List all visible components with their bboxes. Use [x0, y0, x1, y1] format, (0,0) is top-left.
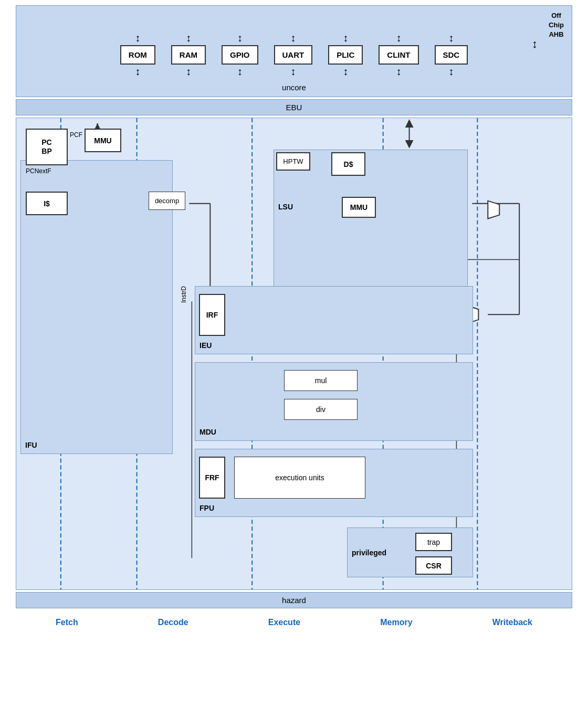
rom-container: ↕ ROM ↕	[120, 32, 155, 78]
ieu-block: IEU	[195, 286, 473, 354]
sdc-container: ↕ SDC ↕	[435, 32, 468, 78]
instrd-label: InstrD	[180, 286, 187, 303]
exec-units-block: execution units	[234, 457, 365, 499]
off-chip-label: OffChipAHB	[549, 11, 564, 40]
pc-bp-block: PCBP	[26, 129, 68, 165]
privileged-label: privileged	[352, 548, 386, 557]
clint-block: CLINT	[379, 45, 418, 65]
stage-execute: Execute	[268, 618, 300, 627]
gpio-block: GPIO	[222, 45, 258, 65]
uart-block: UART	[274, 45, 313, 65]
pipeline-area: IFU PCBP PCF MMU PCNextF I$ decomp Instr…	[16, 118, 572, 590]
decomp-block: decomp	[149, 192, 185, 210]
hazard-label: hazard	[282, 596, 306, 605]
hptw-block: HPTW	[276, 152, 310, 171]
irf-block: IRF	[199, 294, 225, 336]
stage-labels: Fetch Decode Execute Memory Writeback	[16, 613, 572, 630]
mul-block: mul	[284, 370, 358, 391]
ram-block: RAM	[171, 45, 206, 65]
stage-writeback: Writeback	[492, 618, 532, 627]
dcache-block: D$	[331, 152, 365, 176]
clint-container: ↕ CLINT ↕	[379, 32, 418, 78]
ram-container: ↕ RAM ↕	[171, 32, 206, 78]
uncore-section: ↕ ROM ↕ ↕ RAM ↕ ↕ GPIO ↕ ↕ UART ↕	[16, 5, 572, 97]
plic-block: PLIC	[328, 45, 363, 65]
privileged-block: privileged	[347, 527, 473, 577]
mdu-label: MDU	[200, 428, 216, 436]
ieu-label: IEU	[200, 341, 212, 350]
stage-decode: Decode	[158, 618, 188, 627]
stage-fetch: Fetch	[56, 618, 78, 627]
off-chip-arrow: ↕	[532, 37, 538, 51]
plic-container: ↕ PLIC ↕	[328, 32, 363, 78]
ebu-label: EBU	[286, 103, 302, 112]
uart-container: ↕ UART ↕	[274, 32, 313, 78]
trap-block: trap	[415, 533, 452, 551]
uncore-blocks: ↕ ROM ↕ ↕ RAM ↕ ↕ GPIO ↕ ↕ UART ↕	[22, 11, 566, 78]
frf-block: FRF	[199, 457, 225, 499]
ifu-label: IFU	[25, 441, 37, 449]
ebu-section: EBU	[16, 99, 572, 115]
icache-block: I$	[26, 192, 68, 215]
csr-block: CSR	[415, 556, 452, 575]
lsu-label: LSU	[278, 203, 293, 211]
svg-marker-56	[488, 201, 499, 219]
uncore-label: uncore	[282, 83, 306, 92]
main-container: ↕ ROM ↕ ↕ RAM ↕ ↕ GPIO ↕ ↕ UART ↕	[16, 5, 572, 630]
stage-memory: Memory	[380, 618, 412, 627]
pc-bp-label: PCBP	[41, 138, 51, 156]
mmu-ifu-block: MMU	[85, 129, 121, 152]
hazard-section: hazard	[16, 592, 572, 608]
mmu-lsu-block: MMU	[342, 197, 376, 218]
sdc-block: SDC	[435, 45, 468, 65]
pcnextf-label: PCNextF	[26, 167, 51, 175]
pcf-label: PCF	[70, 131, 82, 139]
gpio-container: ↕ GPIO ↕	[222, 32, 258, 78]
rom-block: ROM	[120, 45, 155, 65]
div-block: div	[284, 399, 358, 420]
fpu-label: FPU	[200, 504, 214, 512]
